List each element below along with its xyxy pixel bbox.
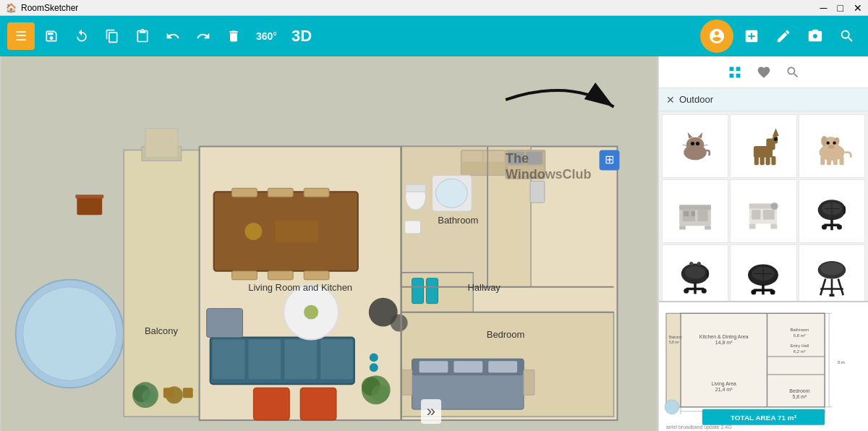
item-grill-black1[interactable] [799, 179, 865, 243]
svg-point-66 [370, 363, 378, 372]
item-horse[interactable] [730, 114, 796, 178]
add-button[interactable] [738, 22, 765, 50]
svg-rect-24 [530, 181, 545, 202]
save-button[interactable] [38, 22, 65, 50]
svg-rect-116 [679, 226, 686, 229]
svg-rect-43 [268, 188, 293, 197]
svg-text:5,8 m²: 5,8 m² [792, 394, 807, 399]
svg-rect-47 [304, 271, 329, 280]
grill-black3-icon [738, 251, 788, 301]
outdoor-bar-icon [738, 186, 788, 236]
svg-point-48 [244, 223, 262, 240]
svg-rect-36 [420, 361, 448, 372]
title-bar-controls[interactable]: ─ □ ✕ [820, 2, 862, 14]
svg-rect-115 [692, 211, 695, 216]
item-dog[interactable] [799, 114, 865, 178]
svg-rect-157 [829, 294, 834, 297]
svg-point-152 [820, 263, 843, 276]
svg-point-104 [833, 141, 835, 144]
svg-rect-113 [698, 210, 708, 221]
svg-point-83 [686, 137, 705, 153]
toolbar: ☰ 360° 3D [0, 16, 868, 56]
favorites-button[interactable] [757, 65, 771, 80]
close-button[interactable]: ✕ [854, 2, 862, 14]
svg-point-10 [142, 389, 156, 404]
item-grill-black2[interactable] [662, 244, 728, 301]
svg-rect-31 [412, 278, 424, 304]
svg-rect-54 [320, 339, 353, 379]
paste-button[interactable] [129, 22, 156, 50]
svg-rect-114 [684, 211, 689, 216]
minimize-button[interactable]: ─ [820, 2, 827, 14]
svg-text:6,2 m²: 6,2 m² [793, 349, 806, 354]
svg-rect-93 [754, 156, 759, 165]
svg-rect-121 [763, 210, 775, 219]
outdoor-category-label: Outdoor [679, 94, 713, 105]
svg-rect-133 [843, 206, 846, 214]
user-profile-button[interactable] [700, 20, 733, 53]
title-bar-left: 🏠 RoomSketcher [6, 3, 78, 13]
item-outdoor-bar[interactable] [730, 179, 796, 243]
camera-button[interactable] [801, 22, 829, 50]
right-panel: ✕ Outdoor [658, 56, 868, 431]
dog-icon [807, 121, 857, 171]
svg-rect-108 [833, 156, 838, 165]
undo-redo-button[interactable] [68, 22, 95, 50]
svg-point-65 [370, 353, 378, 362]
svg-rect-111 [679, 205, 711, 210]
svg-text:Bedroom: Bedroom [487, 329, 525, 340]
panel-search-button[interactable] [786, 65, 800, 80]
grid-view-button[interactable] [728, 65, 742, 80]
copy-button[interactable] [98, 22, 126, 50]
svg-rect-26 [406, 184, 426, 192]
svg-rect-7 [75, 195, 103, 198]
svg-rect-140 [707, 270, 709, 278]
scroll-arrow[interactable]: » [421, 399, 441, 424]
toolbar-right [700, 20, 861, 53]
menu-button[interactable]: ☰ [7, 22, 35, 50]
edit-button[interactable] [770, 22, 797, 50]
items-grid [659, 111, 868, 301]
svg-text:5,8 m²: 5,8 m² [669, 340, 679, 344]
item-grill-stand1[interactable] [799, 244, 865, 301]
svg-rect-109 [839, 156, 843, 165]
svg-text:Balcony: Balcony [145, 325, 179, 336]
svg-point-64 [372, 385, 389, 402]
svg-point-101 [821, 136, 827, 146]
svg-rect-57 [253, 388, 289, 420]
item-outdoor-kitchen[interactable] [662, 179, 728, 243]
svg-point-2 [23, 287, 117, 381]
grill-stand1-icon [807, 251, 857, 301]
mini-map: Kitchen & Dining Area 14,8 m² Bathroom 5… [659, 301, 868, 431]
undo-button[interactable] [159, 22, 187, 50]
maximize-button[interactable]: □ [838, 2, 843, 14]
svg-rect-3 [124, 150, 200, 417]
svg-point-98 [774, 137, 778, 141]
svg-marker-85 [698, 132, 703, 139]
view-3d-button[interactable]: 3D [286, 24, 318, 48]
svg-point-146 [752, 289, 757, 294]
item-cat[interactable] [662, 114, 728, 178]
view-360-button[interactable]: 360° [250, 27, 283, 45]
svg-point-137 [684, 289, 689, 294]
svg-point-87 [696, 142, 699, 145]
svg-rect-29 [405, 221, 421, 234]
svg-rect-122 [749, 224, 756, 229]
svg-point-142 [697, 262, 701, 265]
item-grill-black3[interactable] [730, 244, 796, 301]
redo-button[interactable] [190, 22, 217, 50]
svg-rect-38 [488, 361, 517, 372]
app-icon: 🏠 [6, 3, 17, 13]
svg-text:Bedroom: Bedroom [789, 388, 809, 393]
outdoor-close-button[interactable]: ✕ [666, 94, 675, 106]
search-button[interactable] [833, 22, 861, 50]
svg-rect-22 [462, 151, 482, 161]
delete-button[interactable] [220, 22, 247, 50]
svg-point-141 [689, 262, 693, 265]
outdoor-label: ✕ Outdoor [659, 88, 868, 111]
svg-text:Living Room and Kitchen: Living Room and Kitchen [248, 282, 352, 293]
svg-rect-37 [454, 361, 482, 372]
svg-rect-12 [163, 388, 174, 398]
svg-point-28 [435, 179, 467, 208]
svg-text:21,4 m²: 21,4 m² [715, 387, 733, 392]
